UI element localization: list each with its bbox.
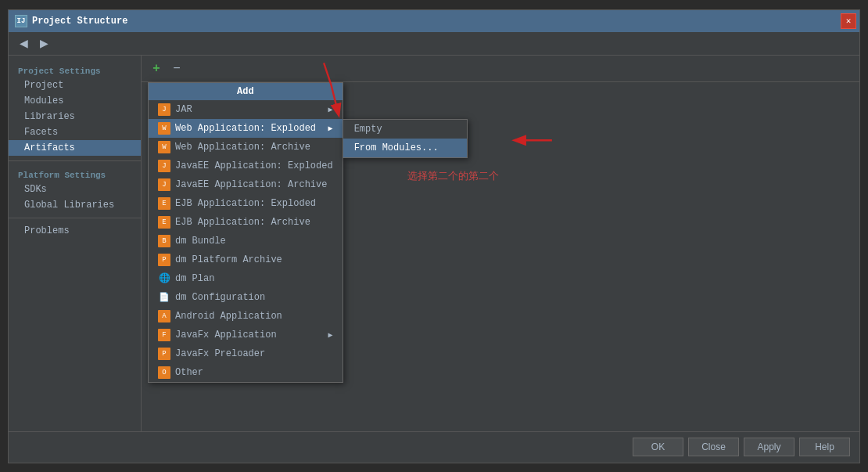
close-button[interactable]: ✕ xyxy=(841,13,856,29)
apply-button[interactable]: Apply xyxy=(744,438,794,456)
dm-platform-icon: P xyxy=(158,254,170,266)
web-exploded-icon: W xyxy=(158,122,170,135)
sidebar-item-global-libraries[interactable]: Global Libraries xyxy=(9,197,141,213)
close-button-bottom[interactable]: Close xyxy=(688,438,739,456)
ejb-exploded-icon: E xyxy=(158,197,170,210)
menu-item-ejb-exploded[interactable]: E EJB Application: Exploded xyxy=(149,194,343,213)
menu-item-javafx-app[interactable]: F JavaFx Application ▶ xyxy=(149,326,343,344)
dialog-title: Project Structure xyxy=(32,16,127,27)
project-structure-dialog: IJ Project Structure ✕ ◀ ▶ Project Setti… xyxy=(8,9,860,463)
submenu-item-empty[interactable]: Empty xyxy=(343,120,467,139)
app-icon: IJ xyxy=(15,15,27,27)
sidebar: Project Settings Project Modules Librari… xyxy=(9,56,142,431)
sidebar-item-facets[interactable]: Facets xyxy=(9,124,141,140)
web-exploded-submenu: Empty From Modules... xyxy=(343,119,468,158)
javaee-archive-icon: J xyxy=(158,178,170,191)
menu-item-dm-platform[interactable]: P dm Platform Archive xyxy=(149,250,343,269)
add-artifact-button[interactable]: + xyxy=(148,59,165,77)
title-bar: IJ Project Structure ✕ xyxy=(9,10,859,32)
annotation-text: 选择第二个的第二个 xyxy=(407,169,499,183)
ok-button[interactable]: OK xyxy=(633,438,683,456)
menu-item-javafx-preloader[interactable]: P JavaFx Preloader xyxy=(149,344,343,363)
sidebar-item-libraries[interactable]: Libraries xyxy=(9,109,141,124)
android-icon: A xyxy=(158,310,170,322)
jar-icon: J xyxy=(158,103,170,116)
javafx-preloader-icon: P xyxy=(158,348,170,360)
main-content: Project Settings Project Modules Librari… xyxy=(9,56,859,431)
menu-item-jar[interactable]: J JAR ▶ xyxy=(149,100,343,119)
ejb-archive-icon: E xyxy=(158,216,170,229)
add-dropdown: Add J JAR ▶ W Web Application: Exploded … xyxy=(148,82,343,383)
menu-item-dm-config[interactable]: 📄 dm Configuration xyxy=(149,288,343,307)
menu-item-javaee-exploded[interactable]: J JavaEE Application: Exploded xyxy=(149,157,343,175)
content-area: + − Add J JAR ▶ W Web Application: xyxy=(142,56,859,431)
dm-bundle-icon: B xyxy=(158,235,170,247)
menu-item-android[interactable]: A Android Application xyxy=(149,307,343,326)
sidebar-item-sdks[interactable]: SDKs xyxy=(9,182,141,197)
dm-plan-icon: 🌐 xyxy=(158,272,170,285)
sidebar-item-problems[interactable]: Problems xyxy=(9,223,141,239)
menu-item-other[interactable]: O Other xyxy=(149,363,343,382)
sidebar-item-artifacts[interactable]: Artifacts xyxy=(9,140,141,156)
forward-button[interactable]: ▶ xyxy=(35,34,52,52)
menu-item-dm-bundle[interactable]: B dm Bundle xyxy=(149,232,343,250)
sidebar-divider-2 xyxy=(9,218,141,218)
sidebar-item-modules[interactable]: Modules xyxy=(9,93,141,109)
javafx-app-icon: F xyxy=(158,329,170,341)
dm-config-icon: 📄 xyxy=(158,291,170,304)
menu-item-web-exploded[interactable]: W Web Application: Exploded ▶ Empty From… xyxy=(149,119,343,138)
sidebar-item-project[interactable]: Project xyxy=(9,77,141,93)
dropdown-menu: Add J JAR ▶ W Web Application: Exploded … xyxy=(148,82,343,383)
project-settings-label: Project Settings xyxy=(9,62,141,77)
menu-item-ejb-archive[interactable]: E EJB Application: Archive xyxy=(149,213,343,232)
dropdown-header: Add xyxy=(149,83,343,100)
menu-item-dm-plan[interactable]: 🌐 dm Plan xyxy=(149,269,343,288)
content-toolbar: + − xyxy=(142,56,859,82)
top-toolbar: ◀ ▶ xyxy=(9,32,859,56)
menu-item-javaee-archive[interactable]: J JavaEE Application: Archive xyxy=(149,175,343,194)
jar-arrow: ▶ xyxy=(328,105,333,114)
menu-item-web-archive[interactable]: W Web Application: Archive xyxy=(149,138,343,157)
back-button[interactable]: ◀ xyxy=(15,34,32,52)
javaee-exploded-icon: J xyxy=(158,160,170,172)
remove-artifact-button[interactable]: − xyxy=(168,59,185,77)
platform-settings-label: Platform Settings xyxy=(9,166,141,182)
other-icon: O xyxy=(158,366,170,379)
bottom-bar: OK Close Apply Help xyxy=(9,431,859,463)
sidebar-divider xyxy=(9,160,141,161)
web-archive-icon: W xyxy=(158,141,170,153)
help-button[interactable]: Help xyxy=(799,438,850,456)
web-exploded-arrow: ▶ xyxy=(328,124,333,133)
javafx-arrow: ▶ xyxy=(328,330,333,340)
submenu-item-from-modules[interactable]: From Modules... xyxy=(343,139,467,157)
